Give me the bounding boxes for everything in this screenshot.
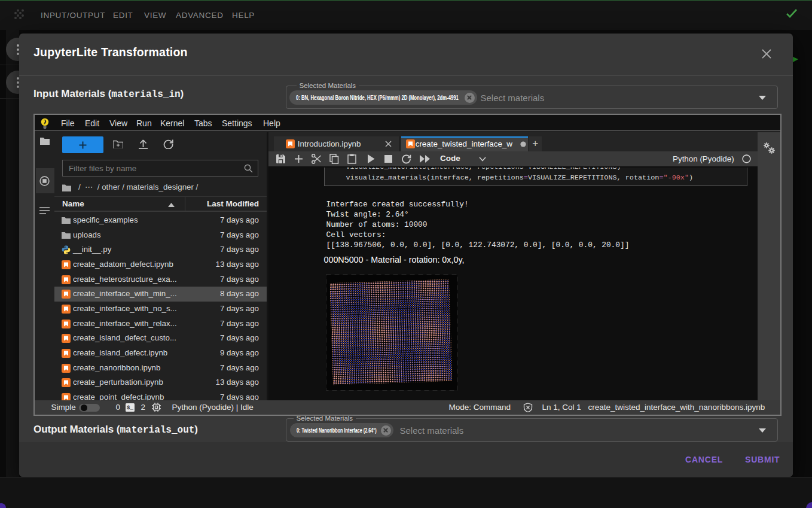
svg-text:$_: $_ <box>127 405 133 411</box>
